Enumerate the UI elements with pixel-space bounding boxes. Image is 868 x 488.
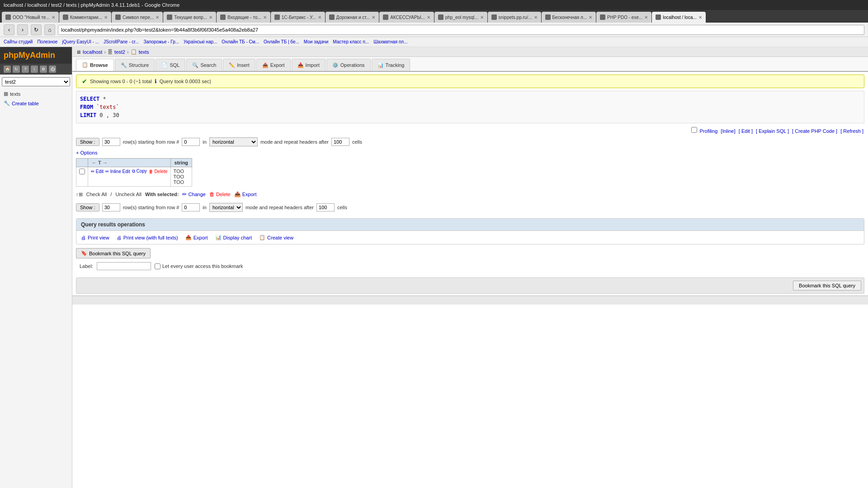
bookmark-submit-button[interactable]: Bookmark this SQL query <box>793 281 861 291</box>
bookmark-11[interactable]: Шахматная пл... <box>373 39 407 44</box>
bookmark-1[interactable]: Сайты студий <box>4 39 33 44</box>
close-tab-12[interactable]: ✕ <box>644 15 648 20</box>
tab-active[interactable]: localhost / loca...✕ <box>652 12 705 23</box>
close-tab-11[interactable]: ✕ <box>589 15 592 20</box>
profiling-link[interactable]: Profiling <box>700 128 718 134</box>
bookmark-7[interactable]: Онлайн ТБ - См... <box>222 39 259 44</box>
bookmark-8[interactable]: Онлайн ТБ | бе... <box>264 39 299 44</box>
breadcrumb-localhost[interactable]: localhost <box>83 49 102 55</box>
bookmark-access-checkbox[interactable] <box>155 263 160 269</box>
close-tab-4[interactable]: ✕ <box>209 15 212 20</box>
uncheck-all-link[interactable]: Uncheck All <box>115 192 141 197</box>
export-btn[interactable]: 📤 Export <box>234 191 257 197</box>
mode-select-bottom[interactable]: horizontal vertical <box>209 203 243 212</box>
tab-browse[interactable]: 📋 Browse <box>76 59 114 71</box>
breadcrumb-test2[interactable]: test2 <box>114 49 125 55</box>
show-rows-input-bottom[interactable] <box>102 203 120 211</box>
tab-insert[interactable]: ✏️ Insert <box>223 59 255 71</box>
sidebar-home-icon[interactable]: 🏠 <box>4 66 11 73</box>
tab-11[interactable]: Бесконечная л...✕ <box>542 12 596 23</box>
tab-tracking[interactable]: 📊 Tracking <box>372 59 410 71</box>
profiling-inline-link[interactable]: [Inline] <box>721 128 735 134</box>
show-button-top[interactable]: Show : <box>76 138 99 146</box>
close-tab-3[interactable]: ✕ <box>156 15 159 20</box>
close-tab-7[interactable]: ✕ <box>372 15 375 20</box>
bookmark-10[interactable]: Мастер класс п... <box>333 39 369 44</box>
tab-12[interactable]: PHP PDO - exe...✕ <box>596 12 651 23</box>
copy-link-1[interactable]: ⧉ Copy <box>132 169 147 174</box>
tab-import[interactable]: 📥 Import <box>292 59 326 71</box>
close-tab-9[interactable]: ✕ <box>480 15 484 20</box>
profiling-createphp-link[interactable]: [ Create PHP Code ] <box>792 128 837 134</box>
profiling-explain-link[interactable]: [ Explain SQL ] <box>756 128 789 134</box>
row-checkbox-1[interactable] <box>76 167 88 187</box>
forward-button[interactable]: › <box>17 24 28 35</box>
repeat-value-top[interactable] <box>331 138 349 146</box>
tab-sql[interactable]: 📄 SQL <box>156 59 185 71</box>
print-view-link[interactable]: 🖨 Print view <box>81 235 109 240</box>
tab-5[interactable]: Входящие - то...✕ <box>217 12 270 23</box>
tab-search[interactable]: 🔍 Search <box>186 59 222 71</box>
tab-4[interactable]: Текущие вопр...✕ <box>163 12 216 23</box>
sidebar-refresh-icon[interactable]: ↻ <box>13 66 20 73</box>
tab-operations[interactable]: ⚙️ Operations <box>326 59 371 71</box>
create-view-link[interactable]: 📋 Create view <box>259 235 293 240</box>
home-button[interactable]: ⌂ <box>44 24 55 35</box>
close-tab-5[interactable]: ✕ <box>263 15 267 20</box>
row-from-input-top[interactable] <box>182 138 200 146</box>
sidebar-create-table[interactable]: 🔧 Create table <box>0 99 72 108</box>
tab-6[interactable]: 1С-Битрикс - У...✕ <box>271 12 325 23</box>
bookmark-5[interactable]: Запорожье - Гр... <box>143 39 179 44</box>
check-all-link[interactable]: Check All <box>86 192 107 197</box>
close-tab-1[interactable]: ✕ <box>52 15 55 20</box>
tab-8[interactable]: АКСЕССУАРЫ...✕ <box>379 12 434 23</box>
close-tab-8[interactable]: ✕ <box>427 15 430 20</box>
checkbox-1[interactable] <box>79 169 85 174</box>
mode-select-top[interactable]: horizontal vertical horizontalflipped <box>209 137 258 146</box>
bookmark-9[interactable]: Мои задачи <box>304 39 329 44</box>
sidebar-item-texts[interactable]: ▦ texts <box>0 89 72 99</box>
sidebar-settings-icon[interactable]: ⚙ <box>40 66 47 73</box>
sidebar-help-icon[interactable]: ? <box>22 66 29 73</box>
tab-1[interactable]: ООО "Новый те...✕ <box>2 12 59 23</box>
tab-7[interactable]: Дорожная и ст...✕ <box>326 12 379 23</box>
tab-structure[interactable]: 🔧 Structure <box>115 59 155 71</box>
sidebar-logout-icon[interactable]: ⏻ <box>49 66 56 73</box>
tab-export[interactable]: 📤 Export <box>256 59 291 71</box>
edit-link-1[interactable]: ✏ Edit <box>91 169 104 174</box>
row-from-input-bottom[interactable] <box>182 203 200 211</box>
close-tab-6[interactable]: ✕ <box>318 15 321 20</box>
profiling-checkbox[interactable] <box>691 127 697 133</box>
delete-btn[interactable]: 🗑 Delete <box>209 191 231 197</box>
tab-2[interactable]: Комментарии...✕ <box>59 12 111 23</box>
repeat-value-bottom[interactable] <box>316 203 335 211</box>
back-button[interactable]: ‹ <box>4 24 14 35</box>
delete-link-1[interactable]: 🗑 Delete <box>149 169 168 174</box>
profiling-edit-link[interactable]: [ Edit ] <box>739 128 753 134</box>
address-bar[interactable] <box>58 25 864 35</box>
bookmark-3[interactable]: jQuery EasyUI - ... <box>62 39 99 44</box>
display-chart-link[interactable]: 📊 Display chart <box>215 235 252 240</box>
close-tab-10[interactable]: ✕ <box>534 15 538 20</box>
tab-10[interactable]: snippets.pp.ru/...✕ <box>488 12 541 23</box>
reload-button[interactable]: ↻ <box>31 24 42 35</box>
profiling-refresh-link[interactable]: [ Refresh ] <box>840 128 863 134</box>
bookmark-4[interactable]: JScrollPane - cr... <box>104 39 139 44</box>
bookmark-2[interactable]: Полезное <box>37 39 57 44</box>
change-btn[interactable]: ✏ Change <box>182 191 206 197</box>
show-button-bottom[interactable]: Show : <box>76 203 99 211</box>
print-view-full-link[interactable]: 🖨 Print view (with full texts) <box>117 235 178 240</box>
options-link[interactable]: + Options <box>72 149 868 156</box>
bookmark-6[interactable]: Українські нар... <box>184 39 217 44</box>
bookmark-sql-button[interactable]: 🔖 Bookmark this SQL query <box>76 248 151 258</box>
db-selector[interactable]: test2 <box>2 77 70 86</box>
db-select-dropdown[interactable]: test2 <box>2 77 70 86</box>
export-results-link[interactable]: 📤 Export <box>185 235 208 240</box>
tab-3[interactable]: Символ пере...✕ <box>112 12 163 23</box>
breadcrumb-texts[interactable]: texts <box>139 49 149 55</box>
col-string-header[interactable]: string <box>170 159 192 167</box>
tab-9[interactable]: php_eol mysql...✕ <box>434 12 487 23</box>
close-tab-2[interactable]: ✕ <box>104 15 108 20</box>
sidebar-info-icon[interactable]: i <box>31 66 38 73</box>
inline-edit-link-1[interactable]: ✏ Inline Edit <box>105 169 130 174</box>
